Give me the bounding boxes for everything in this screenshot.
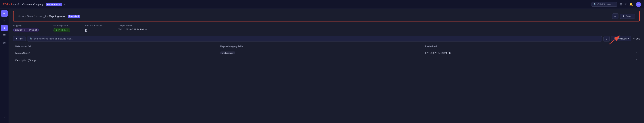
breadcrumb-current: Mapping rules bbox=[49, 15, 65, 18]
row-1-field: Name (String) bbox=[15, 52, 220, 54]
download-button[interactable]: ⬇ Download ▾ bbox=[611, 36, 632, 41]
status-dot bbox=[56, 29, 57, 31]
pause-icon: ⏸ bbox=[623, 15, 625, 17]
breadcrumb-product[interactable]: product_1 bbox=[36, 15, 46, 18]
mapping-status-badge: Published bbox=[54, 28, 70, 32]
status-label: Mapping status bbox=[54, 24, 70, 27]
table-row[interactable]: Description (String) ˅ bbox=[13, 57, 640, 64]
filter-icon: ▼ bbox=[16, 38, 18, 40]
table-area: Data model field Mapped staging fields L… bbox=[9, 44, 644, 64]
breadcrumb-sep-3: / bbox=[47, 15, 48, 18]
table-header: Data model field Mapped staging fields L… bbox=[13, 44, 640, 49]
company-dropdown-icon[interactable]: ▾ bbox=[64, 3, 66, 6]
last-pub-datetime: 07/12/2023 07:59:24 PM bbox=[118, 28, 144, 31]
sidebar-item-more[interactable]: ⠿ bbox=[1, 115, 8, 122]
refresh-button[interactable]: ↺ bbox=[604, 36, 610, 42]
help-icon[interactable]: ? bbox=[625, 3, 626, 6]
search-input[interactable] bbox=[34, 38, 600, 40]
breadcrumb-sep-2: / bbox=[34, 15, 34, 18]
more-options-button[interactable]: ··· bbox=[612, 13, 618, 19]
carol-logo-text: carol bbox=[13, 3, 18, 6]
breadcrumb-area: Home / Teste / product_1 / Mapping rules… bbox=[13, 11, 640, 21]
sidebar-item-menu[interactable]: ≡ bbox=[1, 17, 8, 24]
global-search[interactable]: 🔍 Ctrl+K to search... bbox=[591, 2, 617, 6]
main-content: Home / Teste / product_1 / Mapping rules… bbox=[9, 9, 644, 123]
mapping-pill: product_1 → Product bbox=[13, 28, 39, 32]
sidebar-item-user[interactable]: cu bbox=[1, 10, 8, 17]
col-header-edited: Last edited bbox=[425, 45, 630, 48]
breadcrumb-sep-1: / bbox=[25, 15, 26, 18]
copy-icon[interactable]: ⧉ bbox=[145, 28, 147, 31]
totvs-logo-text: TOTVS bbox=[3, 3, 12, 6]
row-2-field: Description (String) bbox=[15, 59, 220, 62]
status-value: Published bbox=[58, 29, 68, 31]
breadcrumb: Home / Teste / product_1 / Mapping rules… bbox=[18, 15, 80, 18]
search-shortcut: Ctrl+K to search... bbox=[598, 3, 615, 6]
staging-label: Records in staging bbox=[85, 24, 103, 27]
grid-icon[interactable]: ⊞ bbox=[620, 2, 622, 6]
row-1-edited: 07/12/2023 07:59:24 PM bbox=[425, 52, 630, 54]
col-header-field: Data model field bbox=[15, 45, 220, 48]
stat-status: Mapping status Published bbox=[54, 24, 70, 33]
row-1-expand-icon[interactable]: ˅ bbox=[630, 52, 638, 54]
stats-row: Mapping product_1 → Product Mapping stat… bbox=[9, 24, 644, 36]
stat-mapping: Mapping product_1 → Product bbox=[13, 24, 39, 33]
last-pub-label: Last published bbox=[118, 24, 147, 27]
mapping-from: product_1 bbox=[15, 29, 25, 31]
row-1-mapped: productname bbox=[220, 52, 425, 54]
col-header-expand bbox=[630, 45, 638, 48]
status-badge: Published bbox=[68, 15, 80, 18]
search-icon: 🔍 bbox=[30, 38, 32, 40]
col-header-mapped: Mapped staging fields bbox=[220, 45, 425, 48]
env-badge[interactable]: PRODUCTION bbox=[46, 3, 62, 6]
topbar: TOTVS carol Customer Company PRODUCTION … bbox=[0, 0, 644, 9]
mapping-arrow-icon: → bbox=[26, 29, 28, 31]
breadcrumb-home[interactable]: Home bbox=[18, 15, 24, 18]
edit-icon: ✏ bbox=[633, 38, 635, 40]
topbar-icons: ⊞ ? 🔔 cu bbox=[620, 2, 641, 7]
stat-staging: Records in staging 0 bbox=[85, 24, 103, 33]
download-icon: ⬇ bbox=[614, 38, 616, 40]
main-layout: cu ≡ ♦ ☰ ◎ ⠿ Home / Teste / product_1 / … bbox=[0, 9, 644, 123]
pause-button[interactable]: ⏸ Pause bbox=[620, 14, 635, 19]
filter-label: Filter bbox=[18, 38, 23, 40]
row-2-expand-icon[interactable]: ˅ bbox=[630, 59, 638, 62]
user-avatar[interactable]: cu bbox=[636, 2, 641, 7]
notifications-icon[interactable]: 🔔 bbox=[630, 2, 633, 6]
breadcrumb-teste[interactable]: Teste bbox=[27, 15, 33, 18]
toolbar: ▼ Filter 🔍 ↺ ⬇ Download ▾ ✏ Edit bbox=[9, 36, 644, 44]
sidebar-item-integrations[interactable]: ♦ bbox=[1, 25, 8, 31]
search-field-wrap[interactable]: 🔍 bbox=[27, 36, 602, 42]
download-dropdown-icon: ▾ bbox=[628, 38, 629, 40]
sidebar: cu ≡ ♦ ☰ ◎ ⠿ bbox=[0, 9, 9, 123]
edit-button[interactable]: ✏ Edit bbox=[633, 38, 640, 40]
mapping-label: Mapping bbox=[13, 24, 39, 27]
search-icon: 🔍 bbox=[594, 3, 596, 6]
sidebar-item-data[interactable]: ☰ bbox=[1, 32, 8, 39]
pause-label: Pause bbox=[626, 15, 632, 17]
download-label: Download bbox=[617, 38, 626, 40]
company-name: Customer Company bbox=[22, 3, 44, 6]
last-pub-value-wrap: 07/12/2023 07:59:24 PM ⧉ bbox=[118, 28, 147, 31]
filter-button[interactable]: ▼ Filter bbox=[13, 36, 26, 41]
table-row[interactable]: Name (String) productname 07/12/2023 07:… bbox=[13, 49, 640, 57]
edit-label: Edit bbox=[636, 38, 640, 40]
sidebar-item-settings[interactable]: ◎ bbox=[1, 39, 8, 46]
mapping-to: Product bbox=[29, 29, 37, 31]
table-wrap: Data model field Mapped staging fields L… bbox=[9, 44, 644, 64]
refresh-icon: ↺ bbox=[606, 37, 608, 40]
stat-last-published: Last published 07/12/2023 07:59:24 PM ⧉ bbox=[118, 24, 147, 33]
header-actions: ··· ⏸ Pause bbox=[612, 13, 635, 19]
logo: TOTVS carol bbox=[3, 3, 18, 6]
staging-value: 0 bbox=[85, 28, 103, 33]
